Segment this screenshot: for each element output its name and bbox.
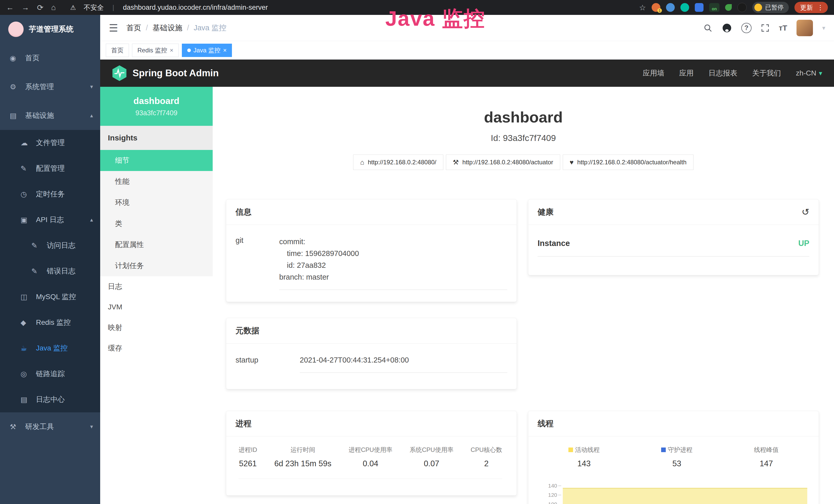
extension-icon-7[interactable] — [738, 3, 747, 12]
extension-icon-1[interactable]: 1 — [652, 3, 660, 12]
chrome-update-button[interactable]: 更新 ⋮ — [794, 2, 828, 13]
search-icon[interactable] — [703, 23, 712, 32]
process-col-cpu-cores: CPU核心数 2 — [470, 446, 502, 468]
help-icon[interactable]: ? — [741, 23, 751, 33]
security-warning-label[interactable]: 不安全 — [84, 3, 104, 12]
sba-item-details[interactable]: 细节 — [100, 150, 213, 171]
chrome-menu-icon[interactable]: ⋮ — [817, 4, 824, 12]
edit-icon: ✎ — [21, 164, 33, 173]
back-icon[interactable]: ← — [6, 3, 14, 12]
column-value: 2 — [470, 459, 502, 468]
sidebar-item-system[interactable]: ⚙ 系统管理 ▾ — [0, 72, 100, 101]
trace-icon: ◎ — [21, 370, 33, 378]
breadcrumb-infra[interactable]: 基础设施 — [153, 23, 182, 33]
sba-item-config-props[interactable]: 配置属性 — [100, 234, 213, 255]
brand-title: 芋道管理系统 — [29, 24, 73, 35]
breadcrumb-separator: / — [187, 24, 189, 32]
gear-icon: ⚙ — [10, 83, 22, 91]
tab-redis-monitor[interactable]: Redis 监控 × — [132, 44, 179, 57]
user-avatar[interactable] — [796, 20, 813, 36]
y-axis-tick-label: 100 — [548, 501, 557, 504]
sidebar-item-access-log[interactable]: ✎ 访问日志 — [0, 233, 100, 258]
legend-peak-threads: 线程峰值 147 — [754, 446, 778, 468]
security-warning-icon[interactable]: ⚠ — [70, 4, 76, 11]
process-col-process-cpu: 进程CPU使用率 0.04 — [349, 446, 393, 468]
sidebar-item-redis-monitor[interactable]: ◆ Redis 监控 — [0, 310, 100, 335]
tags-view-bar: 首页 Redis 监控 × Java 监控 × — [100, 41, 834, 60]
sidebar-item-label: 基础设施 — [25, 111, 54, 120]
sidebar-item-dev-tools[interactable]: ⚒ 研发工具 ▾ — [0, 412, 100, 441]
health-row[interactable]: Instance UP — [537, 239, 809, 256]
breadcrumb-home[interactable]: 首页 — [126, 23, 141, 33]
home-icon[interactable]: ⌂ — [51, 3, 56, 12]
health-url-link[interactable]: ♥ http://192.168.0.2:48080/actuator/heal… — [563, 155, 694, 170]
actuator-url-link[interactable]: ⚒ http://192.168.0.2:48080/actuator — [446, 155, 560, 170]
reload-icon[interactable]: ⟳ — [37, 3, 43, 12]
profile-paused-badge[interactable]: 已暂停 — [752, 2, 789, 13]
bookmark-star-icon[interactable]: ☆ — [639, 3, 646, 12]
sba-item-logs[interactable]: 日志 — [100, 276, 213, 297]
sidebar-item-label: 配置管理 — [36, 164, 65, 173]
tab-java-monitor[interactable]: Java 监控 × — [182, 44, 232, 57]
sidebar-item-api-log[interactable]: ▣ API 日志 ▴ — [0, 207, 100, 233]
extension-icon-3[interactable] — [680, 3, 689, 12]
sidebar-item-label: 错误日志 — [47, 266, 75, 276]
sba-nav-applications[interactable]: 应用 — [679, 68, 694, 78]
sidebar-item-log-center[interactable]: ▤ 日志中心 — [0, 387, 100, 412]
sba-item-jvm[interactable]: JVM — [100, 297, 213, 317]
sba-item-caches[interactable]: 缓存 — [100, 338, 213, 359]
sba-app-header[interactable]: dashboard 93a3fc7f7409 — [100, 87, 213, 126]
chevron-down-icon: ▾ — [90, 84, 93, 90]
sba-nav-journal[interactable]: 日志报表 — [709, 68, 738, 78]
sba-item-classes[interactable]: 类 — [100, 213, 213, 234]
extension-icon-4[interactable] — [695, 3, 704, 12]
column-value: 5261 — [239, 459, 257, 468]
sidebar-item-label: Redis 监控 — [36, 318, 71, 327]
sba-brand-title[interactable]: Spring Boot Admin — [133, 68, 219, 78]
sidebar-item-config-manage[interactable]: ✎ 配置管理 — [0, 156, 100, 181]
hamburger-icon[interactable]: ☰ — [109, 22, 118, 34]
fullscreen-icon[interactable] — [761, 24, 770, 32]
extension-icon-2[interactable] — [666, 3, 675, 12]
sba-nav-about[interactable]: 关于我们 — [752, 68, 781, 78]
github-icon[interactable] — [722, 23, 732, 33]
info-key: git — [236, 236, 279, 290]
update-label: 更新 — [800, 3, 813, 12]
legend-daemon-threads: 守护进程 53 — [661, 446, 693, 468]
tab-label: Redis 监控 — [137, 46, 167, 54]
close-icon[interactable]: × — [223, 47, 226, 54]
sba-item-mappings[interactable]: 映射 — [100, 317, 213, 338]
sidebar-item-tracing[interactable]: ◎ 链路追踪 — [0, 361, 100, 387]
sba-item-metrics[interactable]: 性能 — [100, 171, 213, 192]
card-title: 信息 — [236, 207, 251, 217]
history-icon[interactable]: ↺ — [802, 207, 809, 217]
extension-leaf-icon[interactable] — [725, 4, 732, 11]
tab-home[interactable]: 首页 — [106, 44, 129, 57]
sba-item-environment[interactable]: 环境 — [100, 192, 213, 213]
sidebar-item-mysql-monitor[interactable]: ◫ MySQL 监控 — [0, 284, 100, 310]
font-size-icon[interactable]: тT — [779, 24, 787, 32]
y-axis-tick-label: 140 — [548, 483, 557, 489]
sidebar-item-scheduled-jobs[interactable]: ◷ 定时任务 — [0, 181, 100, 207]
sba-locale-select[interactable]: zh-CN ▾ — [796, 69, 822, 77]
avatar-caret-icon[interactable]: ▾ — [822, 24, 825, 31]
clock-icon: ◷ — [21, 190, 33, 199]
sidebar-item-java-monitor[interactable]: ☕ Java 监控 — [0, 335, 100, 361]
process-col-uptime: 运行时间 6d 23h 15m 59s — [274, 446, 331, 468]
sidebar-item-home[interactable]: ◉ 首页 — [0, 44, 100, 72]
sba-nav-wallboard[interactable]: 应用墙 — [643, 68, 664, 78]
instance-url-link[interactable]: ⌂ http://192.168.0.2:48080/ — [353, 155, 443, 170]
sidebar-item-infra[interactable]: ▤ 基础设施 ▴ — [0, 101, 100, 130]
address-url[interactable]: dashboard.yudao.iocoder.cn/infra/admin-s… — [123, 4, 268, 12]
sidebar-item-file-manage[interactable]: ☁ 文件管理 — [0, 130, 100, 156]
forward-icon[interactable]: → — [22, 3, 29, 12]
sba-item-scheduled-tasks[interactable]: 计划任务 — [100, 255, 213, 276]
extension-on-toggle-icon[interactable]: on — [709, 3, 720, 12]
sidebar-item-error-log[interactable]: ✎ 错误日志 — [0, 258, 100, 284]
threads-card-body: 活动线程 143 守护进程 53 线程峰值 — [528, 436, 818, 504]
app-brand[interactable]: 芋道管理系统 — [0, 15, 100, 44]
info-card: 信息 git commit: time: 1596289704000 id: 2… — [226, 199, 517, 302]
log-center-icon: ▤ — [21, 395, 33, 404]
close-icon[interactable]: × — [170, 47, 173, 54]
column-header: CPU核心数 — [470, 446, 502, 454]
